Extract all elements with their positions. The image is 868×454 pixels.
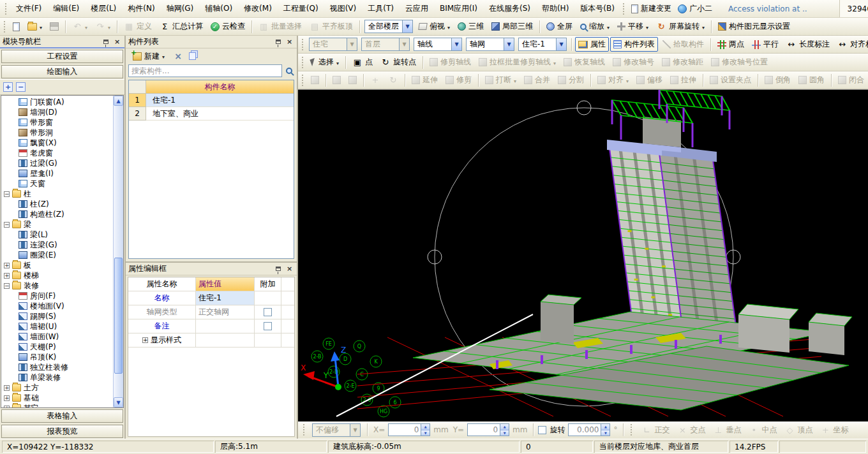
tree-item[interactable]: 单梁装修 (3, 372, 113, 383)
full-screen-button[interactable]: 全屏 (543, 19, 576, 34)
screen-rotate-button[interactable]: 屏幕旋转 (653, 19, 708, 34)
zoom-button[interactable]: 缩放 (577, 19, 613, 34)
property-value[interactable]: 住宅-1 (196, 291, 255, 305)
table-input-button[interactable]: 表格输入 (1, 409, 123, 423)
tree-item[interactable]: 圈梁(E) (3, 250, 113, 260)
parallel-button[interactable]: 平行 (749, 37, 782, 52)
tree-item[interactable]: 柱(Z) (3, 199, 113, 209)
property-row[interactable]: 轴网类型正交轴网 (128, 305, 294, 319)
model-viewport[interactable]: 2-B2-D2-E2-0HGFEDC96QK X Z Y (298, 89, 868, 421)
tree-item[interactable]: −梁 (3, 219, 113, 230)
tree-item[interactable]: +基础 (3, 393, 113, 403)
checkbox[interactable] (264, 308, 272, 316)
pin-button[interactable] (273, 38, 283, 47)
top-view-button[interactable]: 俯视 (415, 19, 453, 34)
model-3d-view[interactable]: 2-B2-D2-E2-0HGFEDC96QK X Z Y (298, 90, 868, 421)
tree-item[interactable]: +土方 (3, 383, 113, 393)
menu-item[interactable]: BIM应用(I) (434, 1, 483, 17)
draw-input-button[interactable]: 绘图输入 (1, 65, 123, 78)
property-toggle[interactable]: 属性 (575, 37, 609, 52)
table-row[interactable]: 2地下室、商业 (129, 107, 294, 121)
open-button[interactable] (24, 20, 45, 33)
close-button[interactable] (112, 37, 122, 46)
menu-item[interactable]: 在线服务(S) (483, 1, 536, 17)
sum-calc-button[interactable]: 汇总计算 (156, 19, 206, 34)
checkbox[interactable] (264, 322, 272, 330)
tree-item[interactable]: 墙裙(U) (3, 321, 113, 332)
y-offset-input[interactable]: ▲▼ (467, 423, 509, 436)
property-row[interactable]: +显示样式 (128, 333, 294, 348)
spinner-arrows[interactable]: ▲▼ (421, 424, 430, 436)
property-row[interactable]: 名称住宅-1 (128, 291, 294, 305)
copy-component-button[interactable] (188, 51, 198, 61)
tree-item[interactable]: 带形窗 (3, 117, 113, 128)
rotate-point-button[interactable]: 旋转点 (377, 55, 419, 70)
floor-selector[interactable]: 全部楼层▼ (364, 20, 413, 33)
tree-item[interactable]: 飘窗(X) (3, 138, 113, 148)
tree-item[interactable]: −装修 (3, 281, 113, 291)
expander-icon[interactable]: + (4, 385, 10, 391)
menu-item[interactable]: 构件(N) (122, 1, 160, 17)
menu-item[interactable]: 工程量(Q) (278, 1, 324, 17)
menu-item[interactable]: 楼层(L) (85, 1, 122, 17)
element-category-combo[interactable]: 轴网▼ (466, 38, 514, 51)
tree-item[interactable]: 天棚(P) (3, 342, 113, 352)
component-combo[interactable]: 住宅-1▼ (518, 38, 567, 51)
expander-icon[interactable]: + (4, 273, 10, 279)
tree-item[interactable]: 壁龛(I) (3, 168, 113, 179)
search-input[interactable] (128, 64, 282, 77)
property-value[interactable] (196, 319, 255, 333)
rotate-checkbox[interactable] (538, 426, 546, 434)
point-button[interactable]: 点 (349, 55, 376, 70)
assistant-button[interactable]: 广小二 (675, 2, 715, 15)
tree-item[interactable]: 梁(L) (3, 230, 113, 240)
new-component-button[interactable]: 新建 (130, 49, 168, 64)
project-settings-button[interactable]: 工程设置 (1, 50, 123, 63)
tree-item[interactable]: 门联窗(A) (3, 97, 113, 107)
tree-item[interactable]: 踢脚(S) (3, 311, 113, 321)
spinner-arrows[interactable]: ▲▼ (500, 424, 509, 436)
select-button[interactable]: 选择 (308, 55, 342, 70)
scroll-down-button[interactable]: ▼ (114, 397, 123, 407)
report-preview-button[interactable]: 报表预览 (1, 425, 123, 438)
tree-item[interactable]: 墙面(W) (3, 332, 113, 342)
expander-icon[interactable]: − (4, 283, 10, 289)
scroll-up-button[interactable]: ▲ (114, 96, 123, 106)
property-row[interactable]: 备注 (128, 319, 294, 333)
property-value[interactable] (196, 333, 255, 347)
menu-item[interactable]: 轴网(G) (161, 1, 200, 17)
account-dropdown[interactable]: 329468805@qq.com (839, 0, 868, 17)
tree-item[interactable]: 楼地面(V) (3, 301, 113, 311)
search-button[interactable] (284, 66, 294, 76)
menu-item[interactable]: 文件(F) (10, 1, 47, 17)
x-offset-input[interactable]: ▲▼ (388, 423, 430, 436)
tree-item[interactable]: +楼梯 (3, 270, 113, 281)
tree-item[interactable]: 房间(F) (3, 291, 113, 301)
close-button[interactable] (285, 265, 294, 274)
tree-item[interactable]: 带形洞 (3, 128, 113, 138)
tree-item[interactable]: 连梁(G) (3, 240, 113, 250)
expand-all-button[interactable]: + (3, 82, 13, 92)
menu-item[interactable]: 版本号(B) (574, 1, 620, 17)
expander-icon[interactable]: − (4, 191, 10, 197)
scrollbar-track[interactable] (114, 106, 123, 397)
property-value[interactable]: 正交轴网 (196, 305, 255, 319)
expander-icon[interactable]: + (4, 406, 10, 408)
expander-icon[interactable]: + (4, 263, 10, 268)
tree-item[interactable]: 天窗 (3, 179, 113, 189)
tree-scrollbar[interactable]: ▲ ▼ (113, 96, 123, 407)
pin-button[interactable] (101, 37, 110, 46)
scrollbar-thumb[interactable] (114, 258, 123, 374)
tree-item[interactable]: 吊顶(K) (3, 352, 113, 362)
two-point-button[interactable]: 两点 (714, 37, 747, 52)
new-change-button[interactable]: 新建变更 (628, 2, 675, 15)
length-dimension-button[interactable]: 长度标注 (783, 37, 833, 52)
new-file-button[interactable] (10, 20, 23, 33)
tree-item[interactable]: 老虎窗 (3, 148, 113, 158)
tree-item[interactable]: 构造柱(Z) (3, 209, 113, 219)
three-d-button[interactable]: 三维 (454, 19, 487, 34)
menu-item[interactable]: 云应用 (400, 1, 434, 17)
tree-item[interactable]: +板 (3, 260, 113, 270)
table-row[interactable]: 1住宅-1 (129, 94, 294, 107)
tree-item[interactable]: 墙洞(D) (3, 107, 113, 117)
